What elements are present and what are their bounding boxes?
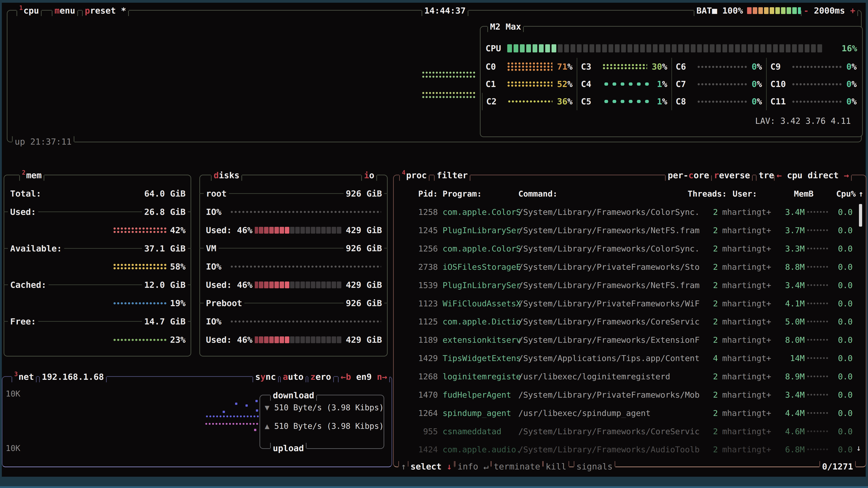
tab-mem[interactable]: 2mem [19,169,44,182]
sort-next-button[interactable]: → [844,171,849,180]
process-row[interactable]: 1264 spindump_agent /usr/libexec/spindum… [394,404,866,422]
process-threads: 2 [700,244,718,253]
core-name: C9 [770,62,792,72]
cpu-tab-label: cpu [24,6,39,15]
process-mem: 5.0M [779,317,805,326]
filter-button[interactable]: filter [434,169,470,182]
interval-increase-button[interactable]: + [850,6,855,15]
battery-meter [747,7,802,14]
info-button[interactable]: info ↵ [455,460,491,473]
process-command: /usr/libexec/spindump_agent [518,408,702,418]
header-program[interactable]: Program: [442,189,482,198]
process-user: mhartingt+ [722,427,776,436]
mem-cached-meter-row: 19% [4,294,191,312]
terminate-button[interactable]: terminate [491,460,543,473]
download-title: download [270,389,317,401]
disk-io-label: IO% [204,207,224,217]
battery-indicator: BAT■ 100% [694,4,805,17]
header-cpu[interactable]: Cpu% [835,189,856,198]
process-scrollbar[interactable] [859,204,862,227]
process-program: extensionkitserv [442,335,521,345]
select-up-icon[interactable]: ↑ [398,460,409,473]
process-cpu-meter [807,211,829,213]
core-name: C6 [676,62,697,72]
disk-used-meter [248,227,341,234]
process-command: /System/Library/Frameworks/CoreServic [518,317,702,326]
header-user[interactable]: User: [733,189,757,198]
zero-button[interactable]: zero [308,371,334,383]
tab-cpu[interactable]: 1cpu [17,4,41,17]
prev-interface-button[interactable]: ←b en9 n→ [338,371,390,383]
process-pid: 1424 [405,445,438,454]
kill-button[interactable]: kill [543,460,569,473]
header-command[interactable]: Command: [518,189,557,198]
process-cpu: 0.0 [831,281,852,290]
core-name: C4 [581,79,602,89]
disk-name: VM [204,243,219,253]
process-user: mhartingt+ [722,354,776,363]
tab-net[interactable]: 3net [11,371,37,383]
process-row[interactable]: 1189 extensionkitserv /System/Library/Fr… [394,331,866,349]
process-mem: 3.7M [779,226,805,235]
disks-title: disks [211,169,242,182]
process-pid: 1258 [405,207,438,217]
mem-free-row: Free:14.7 GiB [4,313,191,330]
header-pid[interactable]: Pid: [405,189,438,198]
mem-used-meter-row: 42% [4,221,191,239]
tab-proc[interactable]: 4proc [399,169,430,182]
interval-value: 2000ms [814,6,845,15]
process-cpu: 0.0 [831,372,852,381]
core-history-graph [697,83,747,86]
process-row[interactable]: 1539 PlugInLibrarySer /System/Library/Fr… [394,276,866,294]
process-row[interactable]: 1424 com.apple.audio. /System/Library/Fr… [394,440,866,459]
ip-address: 192.168.1.68 [39,371,107,383]
process-row[interactable]: 1123 WiFiCloudAssetsX /System/Library/Pr… [394,294,866,313]
reverse-button[interactable]: reverse [711,169,753,182]
process-cpu: 0.0 [831,226,852,235]
process-command: /System/Library/Frameworks/CoreServic [518,427,702,436]
disk-section: VM 926 GiB IO% Used: 46% 429 GiB [200,239,387,294]
sync-button[interactable]: sync [252,371,279,383]
process-row[interactable]: 1125 com.apple.Dictio /System/Library/Fr… [394,313,866,331]
disk-size: 926 GiB [344,243,384,253]
process-row[interactable]: 955 csnameddatad /System/Library/Framewo… [394,422,866,440]
disk-used-label: Used: 46% [204,225,255,235]
core-name: C11 [770,96,792,106]
per-core-button[interactable]: per-core [665,169,712,182]
next-interface-button[interactable]: n→ [377,372,387,381]
preset-button[interactable]: preset * [82,4,129,17]
process-row[interactable]: 1470 fudHelperAgent /System/Library/Priv… [394,385,866,404]
sort-prev-button[interactable]: ← [777,171,782,180]
header-memb[interactable]: MemB [788,189,813,198]
interval-decrease-button[interactable]: - [804,6,809,15]
process-row[interactable]: 2738 iOSFilesStorageE /System/Library/Pr… [394,258,866,276]
process-row[interactable]: 1258 com.apple.ColorS /System/Library/Fr… [394,203,866,221]
process-command: /System/Library/PrivateFrameworks/Mob [518,390,702,399]
signals-button[interactable]: signals [574,460,615,473]
process-row[interactable]: 1256 com.apple.ColorS /System/Library/Fr… [394,239,866,258]
process-program: com.apple.audio. [442,445,521,454]
upload-speed-row: ▲ 510 Byte/s (3.98 Kibps) [265,417,384,435]
process-mem: 8.9M [779,372,805,381]
process-program: com.apple.ColorS [442,207,521,217]
process-cpu: 0.0 [831,317,852,326]
select-button[interactable]: select ↓ [408,460,455,473]
process-program: TipsWidgetExtens [442,354,521,363]
process-row[interactable]: 1245 PlugInLibrarySer /System/Library/Fr… [394,221,866,239]
disk-used-row: Used: 46% 429 GiB [200,221,387,239]
process-user: mhartingt+ [722,408,776,418]
upload-scale-label: 10K [6,444,20,453]
menu-button[interactable]: menu [52,4,78,17]
io-mode-button[interactable]: io [361,169,377,182]
process-cpu-meter [807,284,829,286]
header-threads[interactable]: Threads: [688,189,727,198]
core-name: C5 [581,96,602,106]
auto-button[interactable]: auto [280,371,306,383]
process-command: /System/Library/Frameworks/NetFS.fram [518,281,702,290]
core-name: C2 [486,96,507,106]
process-row[interactable]: 1429 TipsWidgetExtens /System/Applicatio… [394,349,866,367]
process-row[interactable]: 1268 loginitemregiste /usr/libexec/login… [394,367,866,386]
mem-available-meter [113,263,166,270]
interface-name: en9 [356,372,372,381]
core-percent: 36% [557,96,572,106]
